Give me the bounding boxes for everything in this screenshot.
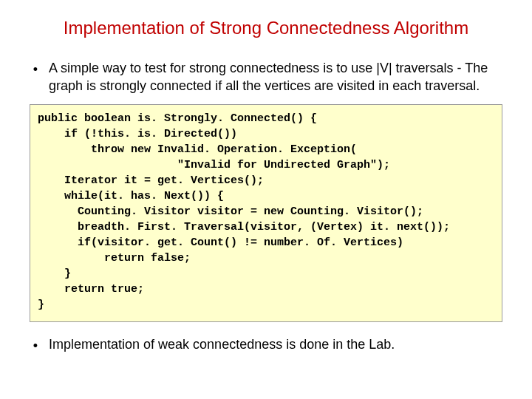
bullet-text: A simple way to test for strong connecte… <box>49 59 510 95</box>
slide: Implementation of Strong Connectedness A… <box>0 0 532 399</box>
bullet-marker: • <box>22 335 49 355</box>
code-block: public boolean is. Strongly. Connected()… <box>30 104 502 322</box>
bullet-text: Implementation of weak connectedness is … <box>49 335 395 353</box>
bullet-item: • A simple way to test for strong connec… <box>22 59 510 95</box>
bullet-marker: • <box>22 59 49 78</box>
slide-title: Implementation of Strong Connectedness A… <box>22 18 510 38</box>
bullet-item: • Implementation of weak connectedness i… <box>22 335 510 355</box>
